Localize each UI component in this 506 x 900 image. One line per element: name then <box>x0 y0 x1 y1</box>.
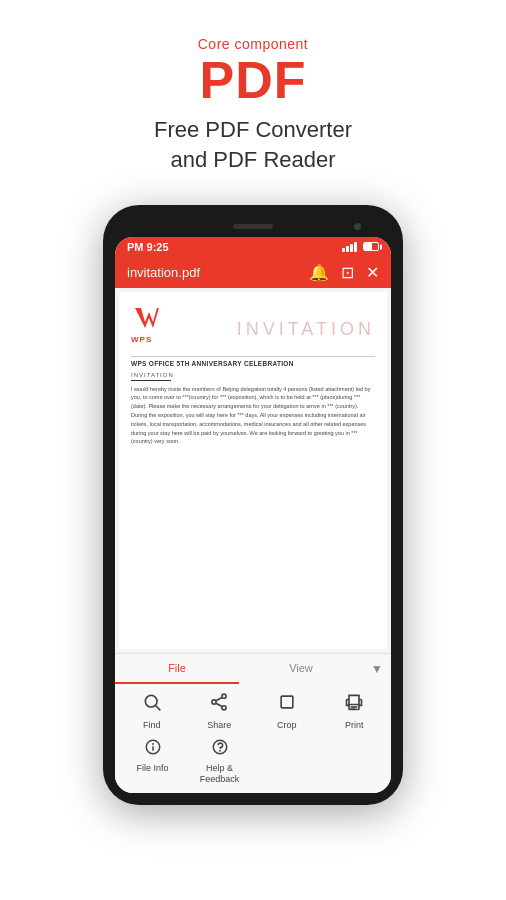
crop-button[interactable]: Crop <box>254 692 320 730</box>
pdf-header-row: WPS INVITATION <box>131 302 375 344</box>
action-buttons-row2: File Info Help & Feedback <box>115 734 391 793</box>
svg-line-1 <box>156 706 161 711</box>
toolbar-icons: 🔔 ⊡ ✕ <box>309 263 379 282</box>
event-title: WPS OFFICE 5TH ANNIVERSARY CELEBRATION <box>131 360 375 367</box>
print-button[interactable]: Print <box>322 692 388 730</box>
pdf-main-title: PDF <box>154 52 352 109</box>
print-icon <box>344 692 364 717</box>
svg-rect-7 <box>281 696 293 708</box>
find-button[interactable]: Find <box>119 692 185 730</box>
wps-w-icon <box>131 302 163 334</box>
divider-line <box>131 356 375 357</box>
action-buttons-row1: Find Share <box>115 684 391 734</box>
invitation-heading: INVITATION <box>237 319 375 344</box>
tab-dropdown-icon[interactable]: ▼ <box>363 662 391 676</box>
label-underline <box>131 380 171 381</box>
share-label: Share <box>207 720 231 730</box>
file-name-label: invitation.pdf <box>127 265 200 280</box>
crop-icon <box>277 692 297 717</box>
share-icon <box>209 692 229 717</box>
svg-point-0 <box>145 695 157 707</box>
phone-speaker <box>233 224 273 229</box>
svg-point-4 <box>222 706 226 710</box>
camera-dot <box>354 223 361 230</box>
find-label: Find <box>143 720 161 730</box>
share-button[interactable]: Share <box>187 692 253 730</box>
app-toolbar: invitation.pdf 🔔 ⊡ ✕ <box>115 257 391 288</box>
signal-bars-icon <box>342 242 357 252</box>
pdf-content-area: WPS INVITATION WPS OFFICE 5TH ANNIVERSAR… <box>119 292 387 649</box>
tab-view[interactable]: View <box>239 654 363 684</box>
bottom-tabs: File View ▼ <box>115 653 391 793</box>
header-section: Core component PDF Free PDF Converter an… <box>134 0 372 195</box>
svg-point-2 <box>222 694 226 698</box>
tab-bar: File View ▼ <box>115 654 391 684</box>
status-icons <box>342 242 379 252</box>
help-button[interactable]: Help & Feedback <box>186 738 253 785</box>
fileinfo-label: File Info <box>136 763 168 774</box>
wps-text-label: WPS <box>131 335 152 344</box>
phone-shell: PM 9:25 invitation.pdf � <box>103 205 403 805</box>
invitation-label: INVITATION <box>131 372 375 378</box>
fileinfo-button[interactable]: File Info <box>119 738 186 785</box>
core-component-label: Core component <box>154 36 352 52</box>
svg-line-6 <box>216 703 222 706</box>
status-time: PM 9:25 <box>127 241 169 253</box>
tab-file[interactable]: File <box>115 654 239 684</box>
phone-screen: PM 9:25 invitation.pdf � <box>115 237 391 793</box>
help-icon <box>211 738 229 760</box>
pdf-body-text: I would hereby invite the members of Bei… <box>131 385 375 447</box>
help-label: Help & Feedback <box>200 763 240 785</box>
phone-top-bar <box>115 217 391 237</box>
crop-label: Crop <box>277 720 297 730</box>
fileinfo-icon <box>144 738 162 760</box>
battery-icon <box>363 242 379 251</box>
close-icon[interactable]: ✕ <box>366 263 379 282</box>
svg-point-15 <box>219 750 220 751</box>
subtitle: Free PDF Converter and PDF Reader <box>154 115 352 174</box>
phone-mockup: PM 9:25 invitation.pdf � <box>103 205 403 805</box>
notification-icon[interactable]: 🔔 <box>309 263 329 282</box>
svg-point-13 <box>152 744 153 745</box>
find-icon <box>142 692 162 717</box>
layout-icon[interactable]: ⊡ <box>341 263 354 282</box>
wps-logo: WPS <box>131 302 163 344</box>
svg-point-3 <box>212 700 216 704</box>
status-bar: PM 9:25 <box>115 237 391 257</box>
svg-line-5 <box>216 697 222 700</box>
print-label: Print <box>345 720 364 730</box>
